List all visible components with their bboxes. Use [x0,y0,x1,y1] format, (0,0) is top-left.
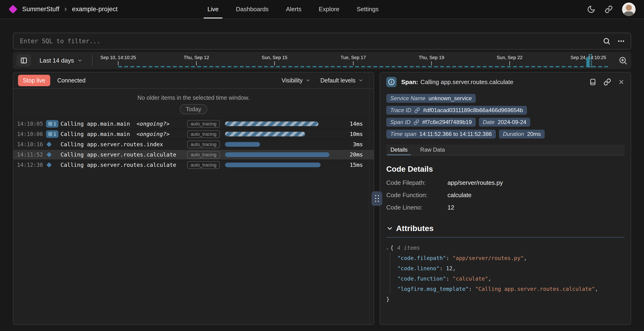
tag-auto-tracing[interactable]: auto_tracing [187,140,220,148]
info-icon [386,77,396,87]
span-duration: 20ms [341,151,363,158]
tab-settings[interactable]: Settings [353,0,382,18]
sidebar-toggle-icon[interactable] [16,54,31,66]
span-message: Calling app.server.routes.calculate [60,162,176,168]
tag-auto-tracing[interactable]: auto_tracing [187,161,220,169]
duration-bar-track [225,162,335,167]
duration-bar [225,152,330,157]
search-icon[interactable] [603,37,610,45]
span-ongoing-marker: <ongoing?> [136,120,170,127]
span-duration: 10ms [341,131,363,137]
tab-alerts[interactable]: Alerts [282,0,305,18]
zoom-in-icon[interactable] [618,56,628,65]
json-entry: "code.filepath": "app/server/routes.py", [398,253,624,263]
time-range-dropdown[interactable]: Last 14 days [40,57,83,64]
span-meta-badges: Service Name unknown_service Trace ID #d… [386,94,624,138]
json-entries: "code.filepath": "app/server/routes.py",… [390,253,624,294]
collapsed-count-badge[interactable]: 1 [46,120,58,128]
link-icon[interactable] [414,108,420,113]
span-list: 14:10:05 1 Calling app.main.main <ongoin… [13,118,374,324]
sql-filter-bar [13,33,631,50]
nav-actions [587,2,636,16]
visibility-dropdown[interactable]: Visibility [282,77,310,84]
duration-bar-track [225,132,335,136]
moon-icon[interactable] [587,5,596,14]
link-icon[interactable] [604,78,611,86]
default-levels-label: Default levels [320,77,356,84]
tab-explore[interactable]: Explore [315,0,343,18]
json-open-line[interactable]: ⌄ { 4 items [386,243,624,253]
tag-auto-tracing[interactable]: auto_tracing [187,151,220,158]
connection-status: Connected [57,77,86,84]
tag-auto-tracing[interactable]: auto_tracing [187,120,220,128]
nav-tabs: Live Dashboards Alerts Explore Settings [204,0,382,18]
collapsed-count: 1 [54,121,56,126]
tab-dashboards[interactable]: Dashboards [232,0,272,18]
span-row-selected[interactable]: 14:11:52 Calling app.server.routes.calcu… [13,149,374,160]
span-time: 14:10:05 [17,121,46,127]
logfire-live-view: SummerStuff example-project Live Dashboa… [0,0,644,331]
attributes-section-toggle[interactable]: Attributes [386,224,624,233]
time-range-label: Last 14 days [40,57,74,64]
badge-span-id: Span ID #f7c8e294f7489b19 [386,118,476,126]
avatar[interactable] [622,2,636,16]
breadcrumb-org[interactable]: SummerStuff [22,6,59,13]
collapsed-count-badge[interactable]: 1 [46,130,58,138]
span-duration: 3ms [341,141,363,148]
span-message: Calling app.main.main [60,120,130,127]
span-row[interactable]: 14:10:05 1 Calling app.main.main <ongoin… [13,118,374,129]
panel-bottom-icon[interactable] [589,78,596,86]
stop-live-button[interactable]: Stop live [18,75,50,86]
timeline-selection-region[interactable] [589,54,592,67]
collapse-chevron-icon[interactable]: ⌄ [386,243,388,253]
span-diamond-icon [46,162,52,168]
span-row[interactable]: 14:12:38 Calling app.server.routes.calcu… [13,160,374,170]
json-entry: "code.function": "calculate", [398,274,624,284]
code-details-table: Code Filepath: app/server/routes.py Code… [386,179,624,211]
panel-resize-handle[interactable] [372,191,382,206]
attributes-json-tree: ⌄ { 4 items "code.filepath": "app/server… [386,243,624,304]
tab-live[interactable]: Live [204,0,222,18]
sql-filter-input[interactable] [13,33,631,50]
span-row[interactable]: 14:10:16 Calling app.server.routes.index… [13,139,374,149]
chevron-down-icon [306,78,310,83]
json-item-count: 4 items [397,243,420,253]
chevron-down-icon [358,78,363,83]
collapsed-count: 1 [54,131,56,137]
attributes-divider [386,237,624,238]
link-icon[interactable] [414,119,419,125]
span-detail-panel: Span:Calling app.server.routes.calculate [380,72,631,325]
brand-diamond-logo[interactable] [8,5,17,14]
span-title-text: Calling app.server.routes.calculate [420,78,513,86]
code-details-heading: Code Details [386,165,624,174]
timeline-tick: Thu, Sep 12 [184,55,209,66]
duration-bar-track [225,142,335,147]
json-entry: "code.lineno": 12, [398,263,624,274]
tag-auto-tracing[interactable]: auto_tracing [187,130,220,138]
code-function-row: Code Function: calculate [386,192,624,199]
duration-bar [225,162,320,167]
span-diamond-icon [46,142,52,147]
breadcrumb-project[interactable]: example-project [72,6,118,13]
tab-details[interactable]: Details [388,144,410,155]
detail-tabs: Details Raw Data [386,144,624,155]
span-label: Span: [401,78,418,86]
span-time: 14:11:52 [17,152,46,158]
span-row[interactable]: 14:10:06 1 Calling app.main.main <ongoin… [13,129,374,139]
link-icon[interactable] [605,5,613,13]
today-button[interactable]: Today [180,104,208,114]
json-entry: "logfire.msg_template": "Calling app.ser… [398,284,624,294]
attributes-heading: Attributes [396,224,434,233]
ellipsis-icon[interactable] [617,37,625,45]
close-icon[interactable] [618,79,624,85]
empty-window-message: No older items in the selected time wind… [13,94,374,101]
default-levels-dropdown[interactable]: Default levels [320,77,363,84]
chevron-down-icon [77,58,83,63]
duration-bar [225,132,305,136]
span-detail-title: Span:Calling app.server.routes.calculate [401,78,514,86]
tab-raw-data[interactable]: Raw Data [418,144,446,155]
timeline-plot[interactable]: Sep 10, 14:10:25 Thu, Sep 12 Sun, Sep 15… [92,52,614,69]
duration-bar [225,142,260,147]
span-message: Calling app.server.routes.index [60,141,163,148]
live-list-filters: Visibility Default levels [282,77,369,84]
